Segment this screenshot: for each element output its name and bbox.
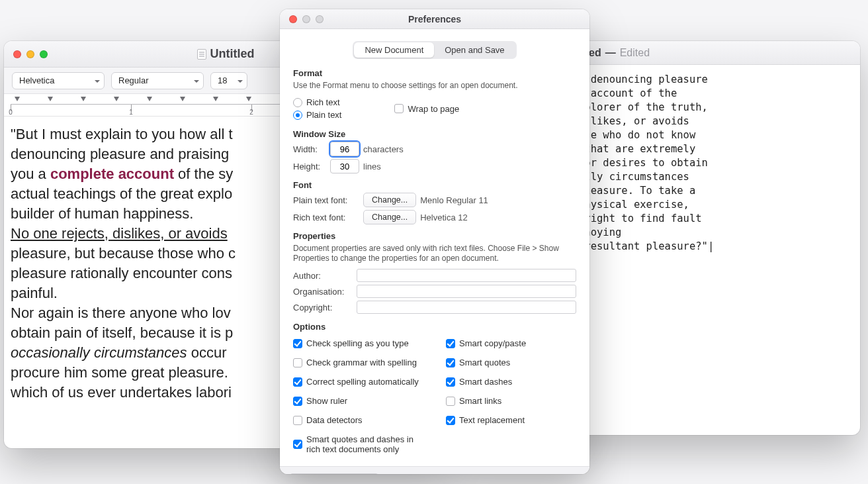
format-heading: Format [293, 68, 576, 78]
document-icon [197, 49, 206, 60]
smart-dashes-checkbox[interactable] [446, 377, 455, 387]
change-plain-font-button[interactable]: Change... [363, 193, 416, 207]
rich-font-current: Helvetica 12 [420, 213, 468, 222]
tab-new-document[interactable]: New Document [354, 42, 434, 58]
window-title: Untitled [210, 47, 255, 61]
close-icon[interactable] [289, 15, 297, 23]
author-field[interactable] [357, 269, 576, 282]
smart-quotes-checkbox[interactable] [446, 358, 455, 367]
check-spelling-checkbox[interactable] [293, 339, 302, 348]
correct-automatically-checkbox[interactable] [293, 377, 302, 387]
smart-copy-paste-checkbox[interactable] [446, 339, 455, 348]
change-rich-font-button[interactable]: Change... [363, 210, 416, 224]
tab-stop-icon[interactable] [179, 97, 184, 102]
prefs-tabs: New Document Open and Save [353, 41, 516, 59]
smart-links-checkbox[interactable] [446, 397, 455, 406]
copyright-field[interactable] [357, 301, 576, 314]
highlighted-text: complete account [50, 166, 174, 182]
tab-stop-icon[interactable] [46, 97, 52, 102]
properties-heading: Properties [293, 231, 576, 241]
edited-label: Edited [620, 47, 650, 59]
tab-stop-icon[interactable] [245, 97, 250, 102]
properties-hint: Document properties are saved only with … [293, 244, 576, 264]
plain-font-current: Menlo Regular 11 [420, 195, 488, 205]
font-heading: Font [293, 180, 576, 190]
window-title: ed [589, 47, 601, 59]
minimize-icon [302, 15, 310, 23]
format-hint: Use the Format menu to choose settings f… [293, 81, 576, 91]
text-replacement-checkbox[interactable] [446, 416, 455, 425]
zoom-icon[interactable] [40, 50, 48, 58]
tab-stop-icon[interactable] [212, 97, 217, 102]
tab-stop-icon[interactable] [79, 97, 85, 102]
options-heading: Options [293, 322, 576, 332]
height-field[interactable] [330, 159, 359, 173]
font-family-select[interactable]: Helvetica [12, 72, 105, 89]
close-icon[interactable] [13, 50, 21, 58]
font-style-select[interactable]: Regular [111, 72, 204, 89]
tab-stop-icon[interactable] [112, 97, 118, 102]
font-size-select[interactable]: 18 [210, 72, 247, 89]
titlebar[interactable]: Preferences [280, 9, 589, 29]
data-detectors-checkbox[interactable] [293, 416, 302, 425]
tab-stop-icon[interactable] [13, 97, 19, 102]
wrap-to-page-checkbox[interactable] [394, 104, 404, 113]
minimize-icon[interactable] [26, 50, 34, 58]
smart-rich-only-checkbox[interactable] [293, 440, 302, 449]
zoom-icon [316, 15, 324, 23]
tab-stop-icon[interactable] [146, 97, 151, 102]
window-size-heading: Window Size [293, 129, 576, 139]
show-ruler-checkbox[interactable] [293, 397, 302, 406]
radio-plain-text[interactable] [293, 111, 302, 120]
check-grammar-checkbox[interactable] [293, 358, 302, 367]
width-field[interactable] [330, 142, 359, 156]
organisation-field[interactable] [357, 285, 576, 298]
preferences-window: Preferences New Document Open and Save F… [280, 9, 589, 474]
prefs-title: Preferences [280, 14, 589, 24]
radio-rich-text[interactable] [293, 98, 302, 107]
tab-open-and-save[interactable]: Open and Save [434, 42, 515, 58]
restore-defaults-button[interactable]: Restore All Defaults [289, 473, 379, 474]
